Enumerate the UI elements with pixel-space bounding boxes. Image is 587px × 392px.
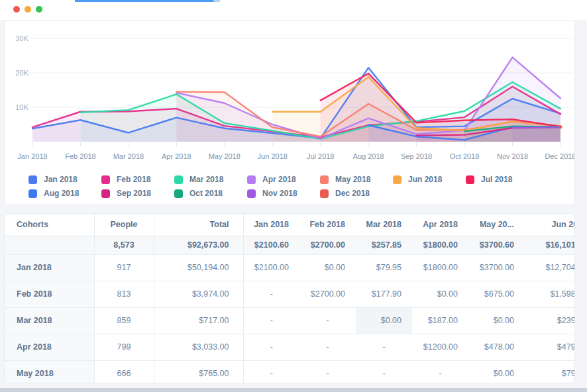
- table-cell: $92,673.00: [154, 236, 243, 254]
- legend-swatch: [101, 189, 110, 198]
- table-cell: $479.70: [525, 334, 575, 360]
- browser-chrome: [0, 0, 587, 20]
- table-cell: $0.00: [356, 307, 412, 334]
- legend-label: Oct 2018: [189, 189, 223, 198]
- table-cell: $257.85: [356, 236, 412, 254]
- column-header-feb-2018[interactable]: Feb 2018: [299, 214, 356, 236]
- cohort-name-cell: May 2018: [5, 360, 94, 383]
- legend-item-aug-2018[interactable]: Aug 2018: [28, 189, 79, 198]
- table-cell: $675.00: [468, 281, 525, 307]
- x-tick-label: Jun 2018: [248, 152, 296, 160]
- legend-item-sep-2018[interactable]: Sep 2018: [101, 189, 151, 198]
- cohort-table: CohortsPeopleTotalJan 2018Feb 2018Mar 20…: [5, 214, 575, 383]
- legend-swatch: [320, 175, 329, 184]
- table-cell: $1200.00: [412, 334, 468, 360]
- table-cell: $50,194.00: [154, 254, 243, 281]
- legend-item-dec-2018[interactable]: Dec 2018: [320, 189, 370, 198]
- traffic-lights: [13, 6, 42, 13]
- zoom-window-button[interactable]: [36, 6, 42, 13]
- legend-item-mar-2018[interactable]: Mar 2018: [174, 175, 223, 184]
- legend-swatch: [28, 189, 37, 198]
- series-area-nov-2018: [513, 127, 560, 142]
- column-header-apr-2018[interactable]: Apr 2018: [412, 214, 468, 236]
- column-header-may-20-[interactable]: May 20...: [468, 214, 525, 236]
- table-cell: 799: [94, 334, 154, 360]
- legend-swatch: [393, 175, 401, 184]
- legend-label: Sep 2018: [117, 189, 151, 198]
- table-cell: $3,974.00: [154, 281, 243, 307]
- x-tick-label: Dec 2018: [537, 152, 575, 160]
- legend-item-apr-2018[interactable]: Apr 2018: [247, 175, 296, 184]
- page-loading-bar-tail: [214, 0, 220, 2]
- legend-item-jun-2018[interactable]: Jun 2018: [393, 175, 442, 184]
- cohort-line-chart[interactable]: [5, 21, 575, 166]
- table-row[interactable]: Feb 2018813$3,974.00-$2700.00$177.90$0.0…: [5, 281, 575, 307]
- table-cell: -: [243, 360, 299, 383]
- table-cell: $16,101.59: [525, 236, 575, 254]
- table-cell: 8,573: [94, 236, 154, 254]
- table-cell: $3,033.00: [154, 334, 243, 360]
- table-cell: $187.00: [412, 307, 468, 334]
- cohort-name-cell: Mar 2018: [5, 307, 94, 334]
- x-tick-label: Sep 2018: [393, 152, 441, 160]
- table-cell: -: [299, 307, 356, 334]
- table-row[interactable]: May 2018666$765.00----$0.00$79.95: [5, 360, 575, 383]
- table-cell: -: [299, 360, 356, 383]
- column-header-cohorts[interactable]: Cohorts: [5, 214, 94, 236]
- table-cell: -: [356, 360, 412, 383]
- minimize-window-button[interactable]: [25, 6, 31, 13]
- table-cell: 666: [94, 360, 154, 383]
- table-cell: $79.95: [525, 360, 575, 383]
- column-header-people[interactable]: People: [94, 214, 154, 236]
- table-row[interactable]: Mar 2018859$717.00--$0.00$187.00$0.00$23…: [5, 307, 575, 334]
- x-tick-label: Apr 2018: [152, 152, 200, 160]
- legend-item-oct-2018[interactable]: Oct 2018: [174, 189, 223, 198]
- legend-swatch: [247, 175, 256, 184]
- table-cell: $3700.00: [468, 254, 525, 281]
- legend-label: Apr 2018: [262, 175, 296, 184]
- table-cell: $717.00: [154, 307, 243, 334]
- legend-item-may-2018[interactable]: May 2018: [320, 175, 370, 184]
- table-cell: $2100.00: [243, 254, 299, 281]
- column-header-total[interactable]: Total: [154, 214, 243, 236]
- x-tick-label: Feb 2018: [56, 152, 104, 160]
- table-cell: $2100.60: [243, 236, 299, 254]
- table-cell: $1800.00: [412, 236, 468, 254]
- table-header-row: CohortsPeopleTotalJan 2018Feb 2018Mar 20…: [5, 214, 575, 236]
- table-summary-row: 8,573$92,673.00$2100.60$2700.00$257.85$1…: [5, 236, 575, 254]
- legend-item-jul-2018[interactable]: Jul 2018: [466, 175, 512, 184]
- table-cell: $239.85: [525, 307, 575, 334]
- legend-swatch: [28, 175, 37, 184]
- x-tick-label: May 2018: [201, 152, 248, 160]
- legend-label: Jun 2018: [408, 175, 442, 184]
- table-cell: -: [356, 334, 412, 360]
- column-header-mar-2018[interactable]: Mar 2018: [356, 214, 412, 236]
- legend-swatch: [174, 175, 183, 184]
- legend-item-jan-2018[interactable]: Jan 2018: [28, 175, 78, 184]
- legend-item-nov-2018[interactable]: Nov 2018: [247, 189, 297, 198]
- table-cell: -: [243, 307, 299, 334]
- x-tick-label: Jul 2018: [297, 152, 345, 160]
- x-tick-label: Jan 2018: [9, 152, 56, 160]
- table-cell: $2700.00: [299, 281, 356, 307]
- column-header-jun-2018[interactable]: Jun 2018: [525, 214, 575, 236]
- table-cell: $79.95: [356, 254, 412, 281]
- table-cell: $0.00: [412, 281, 468, 307]
- column-header-jan-2018[interactable]: Jan 2018: [243, 214, 299, 236]
- series-line-nov-2018[interactable]: [513, 127, 560, 128]
- table-cell: -: [412, 360, 468, 383]
- page-bottom-edge: [0, 388, 587, 392]
- table-cell: $177.90: [356, 281, 412, 307]
- table-cell: $2700.00: [299, 236, 356, 254]
- table-cell: -: [299, 334, 356, 360]
- close-window-button[interactable]: [13, 6, 20, 13]
- x-tick-label: Oct 2018: [441, 152, 488, 160]
- legend-swatch: [101, 175, 110, 184]
- legend-item-feb-2018[interactable]: Feb 2018: [101, 175, 150, 184]
- cohort-chart-card: 10K20K30K Jan 2018Feb 2018Mar 2018Apr 20…: [4, 20, 575, 205]
- y-tick-label: 20K: [5, 69, 28, 77]
- legend-label: Aug 2018: [44, 189, 79, 198]
- table-row[interactable]: Apr 2018799$3,033.00---$1200.00$478.00$4…: [5, 334, 575, 360]
- table-row[interactable]: Jan 2018917$50,194.00$2100.00$0.00$79.95…: [5, 254, 575, 281]
- series-point-dec-2018[interactable]: [559, 125, 562, 128]
